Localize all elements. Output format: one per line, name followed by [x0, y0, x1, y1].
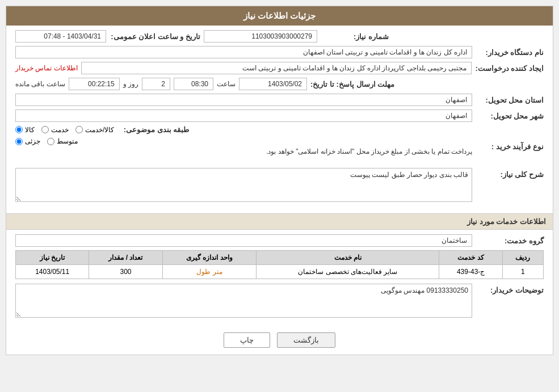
table-row: 1 ج-43-439 سایر فعالیت‌های تخصصی ساختمان…: [16, 265, 544, 279]
row-buyer-name: نام دستگاه خریدار: اداره کل زندان ها و ا…: [15, 46, 544, 58]
page-title: جزئیات اطلاعات نیاز: [6, 6, 553, 26]
col-row: ردیف: [502, 251, 543, 265]
request-number-label: شماره نیاز:: [321, 32, 389, 41]
cell-qty: 300: [89, 265, 162, 279]
buyer-name-label: نام دستگاه خریدار:: [476, 48, 544, 57]
purchase-medium[interactable]: متوسط: [47, 137, 78, 145]
city-label: شهر محل تحویل:: [476, 112, 544, 120]
page-container: جزئیات اطلاعات نیاز شماره نیاز: 11030039…: [6, 6, 553, 355]
general-desc-label: شرح کلی نیاز:: [476, 168, 544, 179]
row-creator: ایجاد کننده درخواست: مجتبی رحیمی بلداجی …: [15, 62, 544, 74]
response-day-value: 2: [142, 78, 170, 90]
category-khedmat[interactable]: خدمت: [41, 126, 69, 134]
button-row: بازگشت چاپ: [6, 326, 553, 355]
row-request-number: شماره نیاز: 1103003903000279 تاریخ و ساع…: [15, 30, 544, 43]
col-name: نام خدمت: [257, 251, 439, 265]
buyer-notes-row: توضیحات خریدار: 09133330250 مهندس موگویی: [15, 284, 544, 318]
services-section-title: اطلاعات خدمات مورد نیاز: [6, 213, 553, 230]
announcement-label: تاریخ و ساعت اعلان عمومی:: [110, 32, 200, 41]
purchase-type-note: پرداخت تمام یا بخشی از مبلغ خریداز محل "…: [15, 147, 472, 155]
col-unit: واحد اندازه گیری: [162, 251, 257, 265]
purchase-partial[interactable]: جزئی: [15, 137, 40, 145]
row-city: شهر محل تحویل: اصفهان: [15, 109, 544, 122]
buyer-notes-label: توضیحات خریدار:: [476, 284, 544, 294]
time-label: ساعت: [217, 80, 236, 88]
city-value: اصفهان: [15, 109, 472, 122]
radio-khedmat[interactable]: [41, 126, 49, 133]
col-code: کد خدمت: [439, 251, 502, 265]
print-button[interactable]: چاپ: [224, 332, 270, 348]
cell-row: 1: [502, 265, 543, 279]
creator-value: مجتبی رحیمی بلداجی کارپرداز اداره کل زند…: [81, 62, 472, 74]
radio-medium[interactable]: [47, 138, 54, 145]
day-label: روز و: [123, 80, 138, 88]
province-value: اصفهان: [15, 94, 472, 106]
back-button[interactable]: بازگشت: [277, 332, 335, 348]
main-info-section: شماره نیاز: 1103003903000279 تاریخ و ساع…: [6, 26, 553, 163]
general-desc-row: شرح کلی نیاز: قالب بندی دیوار حصار طبق ل…: [15, 168, 544, 202]
row-purchase-type: نوع فرآیند خرید : متوسط جزئی پرداخت تمام…: [15, 137, 544, 155]
cell-unit: متر طول: [162, 265, 257, 279]
radio-kala[interactable]: [15, 126, 23, 133]
service-table: ردیف کد خدمت نام خدمت واحد اندازه گیری ت…: [15, 250, 544, 279]
service-group-value: ساختمان: [15, 234, 472, 247]
buyer-notes-textarea[interactable]: 09133330250 مهندس موگویی: [15, 284, 472, 318]
buyer-name-value: اداره کل زندان ها و اقدامات تامینی و ترب…: [15, 46, 472, 58]
creator-label: ایجاد کننده درخواست:: [475, 64, 544, 73]
category-label: طبقه بندی موضوعی:: [121, 125, 189, 134]
response-date-value: 1403/05/02: [239, 78, 307, 90]
announcement-value: 1403/04/31 - 07:48: [15, 30, 106, 43]
cell-code: ج-43-439: [439, 265, 502, 279]
category-kala[interactable]: کالا: [15, 126, 35, 134]
row-province: استان محل تحویل: اصفهان: [15, 94, 544, 106]
row-response-deadline: مهلت ارسال پاسخ: تا تاریخ: 1403/05/02 سا…: [15, 78, 544, 90]
response-deadline-label: مهلت ارسال پاسخ: تا تاریخ:: [310, 80, 394, 88]
service-group-label: گروه خدمت:: [476, 237, 544, 245]
contact-link[interactable]: اطلاعات تماس خریدار: [15, 64, 78, 72]
general-desc-section: جزئیات اطلاعات نیاز شرح کلی نیاز: قالب ب…: [6, 163, 553, 209]
cell-date: 1403/05/11: [16, 265, 89, 279]
remaining-label: ساعت باقی مانده: [15, 80, 65, 88]
col-qty: تعداد / مقدار: [89, 251, 162, 265]
cell-name: سایر فعالیت‌های تخصصی ساختمان: [257, 265, 439, 279]
general-desc-textarea[interactable]: قالب بندی دیوار حصار طبق لیست پیوست: [15, 168, 472, 202]
response-remaining-value: 00:22:15: [69, 78, 120, 90]
services-info-section: گروه خدمت: ساختمان ردیف کد خدمت نام خدمت…: [6, 230, 553, 326]
radio-kala-khedmat[interactable]: [75, 126, 83, 133]
category-kala-khedmat[interactable]: کالا/خدمت: [75, 126, 114, 134]
col-date: تاریخ نیاز: [16, 251, 89, 265]
province-label: استان محل تحویل:: [476, 96, 544, 104]
row-category: طبقه بندی موضوعی: کالا/خدمت خدمت کالا: [15, 125, 544, 134]
request-number-value: 1103003903000279: [204, 30, 317, 43]
radio-partial[interactable]: [15, 138, 23, 145]
row-service-group: گروه خدمت: ساختمان: [15, 234, 544, 247]
response-time-value: 08:30: [174, 78, 213, 90]
purchase-type-label: نوع فرآیند خرید :: [476, 142, 544, 151]
